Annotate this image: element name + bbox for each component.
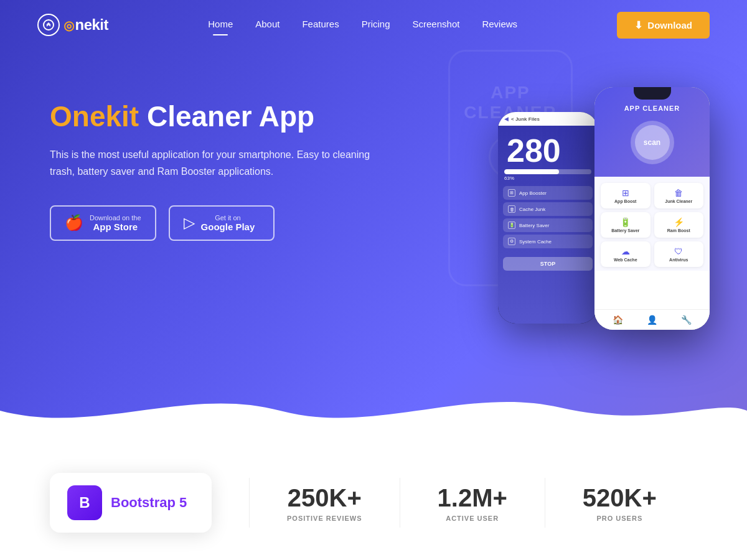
grid-item: 🛡 Antivirus (654, 241, 704, 267)
stat-positive-reviews: 250K+ Positive Reviews (287, 484, 362, 522)
nav-pricing[interactable]: Pricing (362, 19, 390, 32)
antivirus-icon: 🛡 (658, 246, 700, 256)
profile-nav-icon: 👤 (647, 315, 657, 325)
stats-section: B Bootstrap 5 250K+ Positive Reviews 1.2… (0, 436, 747, 560)
hero-buttons: 🍎 Download on the App Store ▷ Get it on … (50, 205, 374, 241)
phone-mockups: ◀ < Junk Files 280 63% ⊞ App Booster (498, 87, 710, 348)
nav-links: Home About Features Pricing Screenshot R… (208, 19, 517, 32)
bootstrap-label: Bootstrap 5 (111, 495, 187, 511)
hero-title: Onekit Cleaner App (50, 100, 374, 134)
list-item: ⚙ System Cache (503, 235, 593, 248)
phone-mockup-front: APP CLEANER scan ⊞ App Boost (594, 87, 710, 330)
phone-bottom-nav: 🏠 👤 🔧 (594, 309, 710, 330)
phone-front-grid: ⊞ App Boost 🗑 Junk Cleaner 🔋 Battery Sav… (594, 177, 710, 271)
web-cache-icon: ☁ (604, 246, 647, 256)
googleplay-icon: ▷ (184, 214, 195, 231)
googleplay-button[interactable]: ▷ Get it on Google Play (169, 205, 275, 241)
stat-pro-users: 520K+ Pro Users (583, 484, 657, 522)
nav-home[interactable]: Home (208, 19, 233, 32)
list-item: 🔋 Battery Saver (503, 218, 593, 232)
hero-section: APP CLEANER scan Onekit Cleaner App This… (0, 0, 747, 436)
nav-download-button[interactable]: ⬇ Download (617, 12, 710, 39)
nav-screenshot[interactable]: Screenshot (413, 19, 460, 32)
home-nav-icon: 🏠 (613, 315, 623, 325)
battery-saver-icon: 🔋 (604, 217, 647, 227)
nav-reviews[interactable]: Reviews (482, 19, 517, 32)
scan-circle: scan (631, 121, 674, 164)
hero-left: Onekit Cleaner App This is the most usef… (50, 100, 374, 241)
grid-item: ⚡ Ram Boost (654, 212, 704, 238)
hero-content: Onekit Cleaner App This is the most usef… (0, 50, 747, 436)
list-item: 🗑 Cache Junk (503, 202, 593, 216)
grid-item: 🗑 Junk Cleaner (654, 183, 704, 208)
logo-text: ◎nekit (63, 16, 108, 34)
navbar: ◎nekit Home About Features Pricing Scree… (0, 0, 747, 50)
stats-divider-1 (249, 478, 250, 528)
stats-divider-2 (400, 478, 400, 528)
stats-divider-3 (545, 478, 545, 528)
ram-boost-icon: ⚡ (658, 217, 700, 227)
grid-item: ⊞ App Boost (601, 183, 651, 208)
download-icon: ⬇ (634, 19, 642, 31)
progress-bar (504, 169, 591, 174)
logo[interactable]: ◎nekit (37, 14, 108, 36)
phone-mockup-back: ◀ < Junk Files 280 63% ⊞ App Booster (498, 112, 598, 324)
app-boost-icon: ⊞ (604, 188, 647, 198)
back-arrow-icon: ◀ (504, 116, 509, 122)
stat-active-user: 1.2M+ Active User (438, 484, 507, 522)
phone-back-list: ⊞ App Booster 🗑 Cache Junk 🔋 Battery Sav… (498, 182, 598, 252)
nav-features[interactable]: Features (302, 19, 339, 32)
grid-item: ☁ Web Cache (601, 241, 651, 267)
stop-button[interactable]: STOP (503, 257, 593, 271)
phone-notch (634, 87, 671, 100)
tools-nav-icon: 🔧 (681, 315, 692, 325)
nav-about[interactable]: About (255, 19, 280, 32)
hero-description: This is the most useful application for … (50, 146, 374, 180)
bootstrap-icon: B (67, 485, 102, 520)
logo-icon (37, 14, 60, 36)
grid-item: 🔋 Battery Saver (601, 212, 651, 238)
junk-cleaner-icon: 🗑 (658, 188, 700, 198)
appstore-button[interactable]: 🍎 Download on the App Store (50, 205, 156, 241)
apple-icon: 🍎 (65, 214, 83, 231)
bootstrap-badge: B Bootstrap 5 (50, 473, 212, 533)
phone-front-header: APP CLEANER scan (594, 87, 710, 177)
list-item: ⊞ App Booster (503, 186, 593, 200)
